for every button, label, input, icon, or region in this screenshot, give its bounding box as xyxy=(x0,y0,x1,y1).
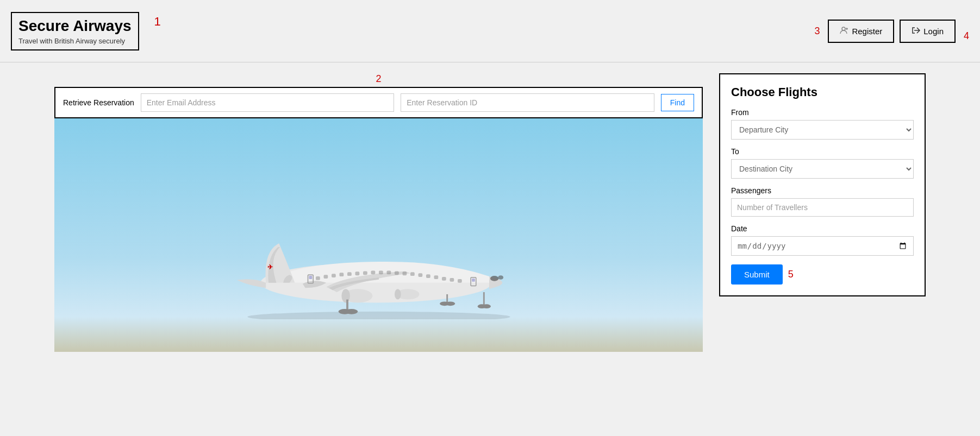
annotation-3: 3 xyxy=(814,26,820,37)
destination-city-select[interactable]: Destination City xyxy=(731,159,914,179)
annotation-5: 5 xyxy=(788,269,794,280)
svg-rect-19 xyxy=(410,272,414,276)
submit-row: Submit 5 xyxy=(731,264,914,285)
departure-city-select[interactable]: Departure City xyxy=(731,120,914,140)
svg-rect-28 xyxy=(309,276,312,279)
main-content: 2 Retrieve Reservation Find xyxy=(0,62,980,363)
airplane-svg: ✈ xyxy=(221,214,536,319)
svg-rect-20 xyxy=(418,273,422,277)
register-button[interactable]: Register xyxy=(828,20,894,43)
header-left: Secure Airways Travel with British Airwa… xyxy=(11,12,161,50)
header-right: 3 Register Login 4 xyxy=(814,20,969,43)
svg-rect-8 xyxy=(323,275,328,279)
svg-rect-17 xyxy=(394,271,398,275)
find-button[interactable]: Find xyxy=(661,94,694,111)
svg-rect-21 xyxy=(426,274,430,278)
passengers-label: Passengers xyxy=(731,186,914,195)
annotation-2: 2 xyxy=(376,73,381,84)
svg-rect-23 xyxy=(441,277,446,281)
svg-point-36 xyxy=(345,309,358,314)
svg-rect-10 xyxy=(339,273,344,276)
login-label: Login xyxy=(923,27,944,36)
svg-rect-15 xyxy=(379,270,383,274)
from-label: From xyxy=(731,108,914,117)
svg-rect-13 xyxy=(363,271,367,275)
svg-rect-9 xyxy=(332,274,336,277)
logo-title: Secure Airways xyxy=(18,17,132,35)
logo-subtitle: Travel with British Airway securely xyxy=(18,37,132,45)
svg-point-0 xyxy=(842,27,845,30)
svg-point-5 xyxy=(490,276,498,281)
login-icon xyxy=(912,26,920,36)
travellers-input[interactable] xyxy=(731,198,914,217)
svg-rect-18 xyxy=(402,271,407,275)
annotation-1: 1 xyxy=(154,12,161,29)
svg-point-31 xyxy=(341,289,349,302)
login-button[interactable]: Login xyxy=(900,20,956,43)
retrieve-label: Retrieve Reservation xyxy=(63,98,134,107)
choose-flights-panel: Choose Flights From Departure City To De… xyxy=(719,73,926,296)
left-section: 2 Retrieve Reservation Find xyxy=(54,73,703,352)
date-label: Date xyxy=(731,224,914,233)
register-label: Register xyxy=(852,27,882,36)
airplane-image: ✈ xyxy=(54,118,703,352)
svg-rect-12 xyxy=(355,271,359,275)
svg-point-39 xyxy=(445,301,454,306)
svg-point-3 xyxy=(247,312,510,319)
svg-rect-14 xyxy=(371,270,375,274)
submit-button[interactable]: Submit xyxy=(731,264,783,285)
svg-rect-25 xyxy=(457,279,461,283)
retrieve-reservation-bar: Retrieve Reservation Find xyxy=(54,87,703,118)
logo-box: Secure Airways Travel with British Airwa… xyxy=(11,12,139,50)
svg-rect-22 xyxy=(434,275,438,279)
reservation-id-input[interactable] xyxy=(401,93,654,112)
svg-text:✈: ✈ xyxy=(267,264,273,270)
svg-point-33 xyxy=(394,289,401,299)
header: Secure Airways Travel with British Airwa… xyxy=(0,0,980,62)
svg-rect-7 xyxy=(316,276,320,280)
choose-flights-title: Choose Flights xyxy=(731,85,914,99)
svg-rect-11 xyxy=(347,272,352,276)
svg-rect-24 xyxy=(450,278,454,282)
svg-rect-29 xyxy=(472,279,475,282)
annotation-4: 4 xyxy=(964,30,969,43)
svg-point-6 xyxy=(498,275,503,280)
to-label: To xyxy=(731,147,914,156)
date-input[interactable] xyxy=(731,236,914,256)
svg-point-42 xyxy=(482,304,490,308)
svg-rect-16 xyxy=(386,270,391,274)
register-icon xyxy=(840,26,848,36)
email-input[interactable] xyxy=(141,93,395,112)
